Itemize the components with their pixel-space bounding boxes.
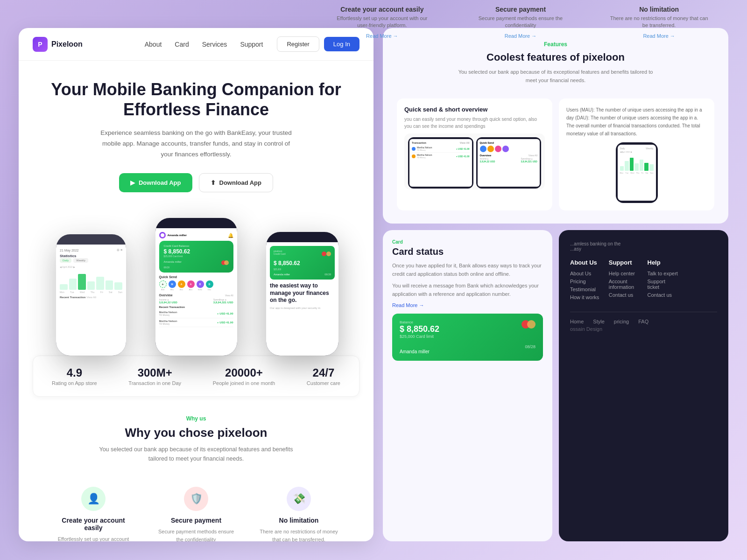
feature-title-1: Create your account easily	[54, 517, 133, 532]
phone-left: 21 May 2022 ⊙ ≡ Statistics Daily Weekly …	[56, 234, 126, 356]
no-limitation-icon: 💸	[287, 487, 311, 511]
footer-brand: ossain Design	[570, 326, 717, 332]
stat-transactions: 300M+ Transaction in one Day	[128, 366, 181, 386]
footer-grid: About Us About Us Pricing Testimonial Ho…	[570, 259, 717, 302]
stats-bar: 4.9 Rating on App store 300M+ Transactio…	[33, 356, 359, 397]
logo-text: Pixeloon	[51, 40, 83, 49]
footer-about-link-2[interactable]: Pricing	[570, 279, 601, 284]
card-visual-date: 08/28	[525, 344, 536, 354]
footer-bottom-links: Home Style pricing FAQ	[570, 312, 717, 324]
phones-container: 21 May 2022 ⊙ ≡ Statistics Daily Weekly …	[28, 211, 364, 356]
main-container: P Pixeloon About Card Services Support R…	[19, 28, 728, 541]
why-us-section: Why us Why you chose pixeloon You select…	[19, 401, 374, 541]
stats-detail-text: Users (MAU): The number of unique users …	[566, 106, 707, 138]
footer-support-title: Support	[609, 259, 640, 266]
read-more-link-2[interactable]: Read More →	[505, 33, 536, 39]
phone-username: Amanda miller	[168, 234, 187, 237]
why-us-desc: You selected our bank app because of its…	[98, 445, 294, 463]
features-desc: You selected our bank app because of its…	[458, 68, 654, 84]
right-panel: Features Coolest features of pixeloon Yo…	[383, 28, 728, 541]
download-outline-button[interactable]: ⬆ Download App	[199, 173, 274, 192]
transaction-item-2: Mertha Nelson TD Money + USD 41.00	[159, 318, 233, 327]
card-tag: Card	[392, 239, 543, 245]
phone-notch-left	[77, 234, 105, 242]
top-info-bar: Create your account easily Effortlessly …	[294, 0, 747, 45]
footer-bottom-faq[interactable]: FAQ	[638, 319, 648, 324]
phone-center: Amanda miller 🔔 Credit Card Balance: $ 8…	[155, 218, 237, 356]
stats-phone-preview: DailyWeekly ◀ April 2022 ▶	[616, 142, 658, 203]
card-status-panel: Card Card status Once you have applied f…	[383, 230, 552, 541]
footer-help-col: Help Talk to expert Support ticket Conta…	[648, 259, 679, 302]
nav-support[interactable]: Support	[240, 41, 263, 48]
card-amount: $ 8,850.62	[164, 248, 229, 255]
feature-desc-1: Effortlessly set up your account with ou…	[54, 535, 133, 541]
left-panel: P Pixeloon About Card Services Support R…	[19, 28, 374, 541]
hero-section: Your Mobile Banking Companion for Effort…	[19, 61, 374, 211]
phone-screen-right: pixeloon Credit Card $ 8,850.62 $25,000 …	[266, 242, 338, 356]
footer-about-link-4[interactable]: How it works	[570, 294, 601, 300]
feature-create-account: 👤 Create your account easily Effortlessl…	[47, 477, 140, 541]
right-features-section: Features Coolest features of pixeloon Yo…	[383, 28, 728, 224]
footer-bottom-home[interactable]: Home	[570, 319, 584, 324]
avatars-row: + Add M Mks A Aris A Aki	[159, 280, 233, 291]
phone-notch-right	[289, 232, 317, 239]
top-info-desc-1: Effortlessly set up your account with ou…	[331, 15, 433, 29]
features-grid: 👤 Create your account easily Effortlessl…	[42, 477, 350, 541]
logo-icon: P	[33, 37, 48, 52]
feature-desc-2: Secure payment methods ensure the confid…	[156, 528, 236, 541]
footer-support-link-2[interactable]: Account information	[609, 279, 640, 290]
stat-users: 20000+ People joined in one month	[213, 366, 275, 386]
quick-send-title: Quick send & short overview	[404, 106, 545, 113]
card-holder-name: Amanda miller	[164, 260, 182, 265]
stats-overview-card: Users (MAU): The number of unique users …	[559, 98, 714, 210]
nav-card[interactable]: Card	[175, 41, 189, 48]
hero-headline: Your Mobile Banking Companion for Effort…	[42, 79, 350, 119]
stat-rating: 4.9 Rating on App store	[52, 366, 97, 386]
nav-links: About Card Services Support	[145, 41, 263, 48]
nav-about[interactable]: About	[145, 41, 162, 48]
credit-card-display: Credit Card Balance: $ 8,850.62 $25,000 …	[159, 241, 233, 273]
footer-bottom-pricing[interactable]: pricing	[614, 319, 629, 324]
card-expiry: 08/28	[164, 266, 229, 269]
footer-panel: ...amless banking on the ...asy About Us…	[559, 230, 728, 541]
phone-right: pixeloon Credit Card $ 8,850.62 $25,000 …	[266, 232, 338, 356]
top-info-no-limitation: No limitation There are no restrictions …	[608, 6, 711, 40]
top-info-title-3: No limitation	[608, 6, 711, 13]
secure-payment-icon: 🛡️	[184, 487, 208, 511]
quick-send-preview: Transaction View All Mertha Nelson TD Mo…	[404, 133, 545, 189]
footer-help-link-3[interactable]: Contact us	[648, 292, 679, 298]
play-icon: ▶	[130, 179, 135, 186]
hero-subtext: Experience seamless banking on the go wi…	[98, 128, 294, 160]
stat-support: 24/7 Customer care	[307, 366, 340, 386]
feature-title-3: No limitation	[259, 517, 338, 524]
quick-send-card: Quick send & short overview you can easi…	[397, 98, 552, 210]
feature-no-limitation: 💸 No limitation There are no restriction…	[252, 477, 345, 541]
feature-secure-payment: 🛡️ Secure payment Secure payment methods…	[149, 477, 243, 541]
phone-notch-center	[182, 218, 210, 225]
card-status-desc1: Once you have applied for it, Bank allow…	[392, 262, 543, 278]
footer-about-link-1[interactable]: About Us	[570, 271, 601, 276]
footer-bottom-style[interactable]: Style	[593, 319, 604, 324]
download-green-button[interactable]: ▶ Download App	[119, 173, 192, 192]
stats-chart	[60, 271, 122, 290]
footer-about-link-3[interactable]: Testimonial	[570, 287, 601, 292]
footer-support-link-3[interactable]: Contact us	[609, 292, 640, 298]
read-more-link-1[interactable]: Read More →	[366, 33, 398, 39]
why-us-tag: Why us	[42, 415, 350, 422]
nav-services[interactable]: Services	[202, 41, 227, 48]
top-info-desc-3: There are no restrictions of money that …	[608, 15, 711, 29]
footer-help-link-2[interactable]: Support ticket	[648, 279, 679, 290]
card-visual-amount: $ 8,850.62	[400, 324, 439, 334]
footer-about-title: About Us	[570, 259, 601, 266]
card-visual-name: Amanda miller	[400, 349, 430, 354]
card-visual: Balance $ 8,850.62 $25,000 Card limit Am…	[392, 314, 543, 361]
overview-income: 3,8,94,32 USD	[159, 301, 177, 304]
footer-help-title: Help	[648, 259, 679, 266]
feature-title-2: Secure payment	[156, 517, 236, 524]
footer-help-link-1[interactable]: Talk to expert	[648, 271, 679, 276]
card-read-more[interactable]: Read More →	[392, 302, 543, 308]
footer-support-link-1[interactable]: Help center	[609, 271, 640, 276]
features-title: Coolest features of pixeloon	[397, 51, 714, 63]
read-more-link-3[interactable]: Read More →	[643, 33, 675, 39]
phone-screen-center: Amanda miller 🔔 Credit Card Balance: $ 8…	[155, 228, 237, 356]
